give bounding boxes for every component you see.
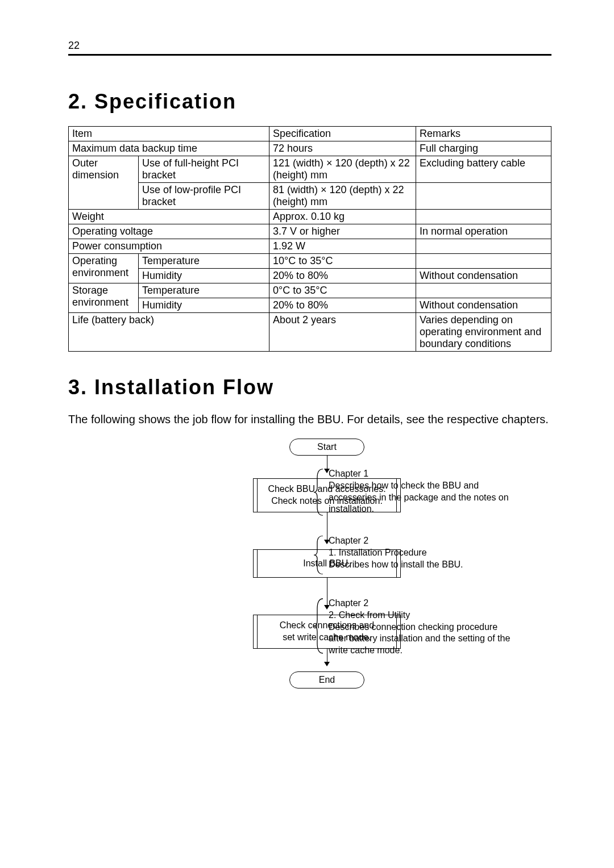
row-remarks <box>416 283 551 298</box>
flow-end: End <box>289 671 364 688</box>
row-item: Humidity <box>139 269 269 283</box>
flow-note-1: Chapter 1Describes how to check the BBU … <box>313 468 516 516</box>
note-text: Chapter 22. Check from UtilityDescribes … <box>329 598 510 655</box>
row-spec: 121 (width) × 120 (depth) x 22 (height) … <box>269 156 416 183</box>
flow-start: Start <box>289 439 364 456</box>
row-spec: 0°C to 35°C <box>269 283 416 298</box>
row-item: Use of low-profile PCI bracket <box>139 183 269 210</box>
row-spec: 81 (width) × 120 (depth) x 22 (height) m… <box>269 183 416 210</box>
flowchart: Start Check BBU and accessories.Check no… <box>142 439 512 688</box>
row-remarks <box>416 254 551 269</box>
row-spec: 1.92 W <box>269 239 416 254</box>
row-group: Outer dimension <box>69 156 139 210</box>
brace-icon <box>313 535 324 575</box>
row-spec: About 2 years <box>269 313 416 352</box>
page-number: 22 <box>68 40 551 56</box>
flow-note-3: Chapter 22. Check from UtilityDescribes … <box>313 598 516 654</box>
row-group: Storage environment <box>69 283 139 313</box>
th-spec: Specification <box>269 127 416 141</box>
row-remarks <box>416 183 551 210</box>
row-spec: 3.7 V or higher <box>269 224 416 239</box>
th-remarks: Remarks <box>416 127 551 141</box>
brace-icon <box>313 598 324 654</box>
row-remarks: Without condensation <box>416 269 551 283</box>
brace-icon <box>313 468 324 516</box>
row-remarks <box>416 239 551 254</box>
flow-note-2: Chapter 21. Installation ProcedureDescri… <box>313 535 516 575</box>
row-item: Temperature <box>139 283 269 298</box>
row-remarks: Varies depending on operating environmen… <box>416 313 551 352</box>
row-item: Use of full-height PCI bracket <box>139 156 269 183</box>
row-remarks: Excluding battery cable <box>416 156 551 183</box>
row-item: Maximum data backup time <box>69 141 269 156</box>
row-spec: 20% to 80% <box>269 298 416 313</box>
row-group: Operating environment <box>69 254 139 283</box>
row-remarks: In normal operation <box>416 224 551 239</box>
spec-table: Item Specification Remarks Maximum data … <box>68 126 551 352</box>
row-remarks: Without condensation <box>416 298 551 313</box>
flow-heading: 3. Installation Flow <box>68 375 551 399</box>
row-remarks <box>416 210 551 224</box>
spec-heading: 2. Specification <box>68 90 551 114</box>
flow-intro: The following shows the job flow for ins… <box>68 412 551 427</box>
row-item: Humidity <box>139 298 269 313</box>
note-text: Chapter 1Describes how to check the BBU … <box>329 469 509 514</box>
row-item: Power consumption <box>69 239 269 254</box>
th-item: Item <box>69 127 269 141</box>
note-text: Chapter 21. Installation ProcedureDescri… <box>329 536 463 569</box>
row-spec: Approx. 0.10 kg <box>269 210 416 224</box>
row-spec: 72 hours <box>269 141 416 156</box>
row-item: Temperature <box>139 254 269 269</box>
row-item: Life (battery back) <box>69 313 269 352</box>
row-spec: 10°C to 35°C <box>269 254 416 269</box>
row-remarks: Full charging <box>416 141 551 156</box>
row-item: Operating voltage <box>69 224 269 239</box>
row-spec: 20% to 80% <box>269 269 416 283</box>
row-item: Weight <box>69 210 269 224</box>
